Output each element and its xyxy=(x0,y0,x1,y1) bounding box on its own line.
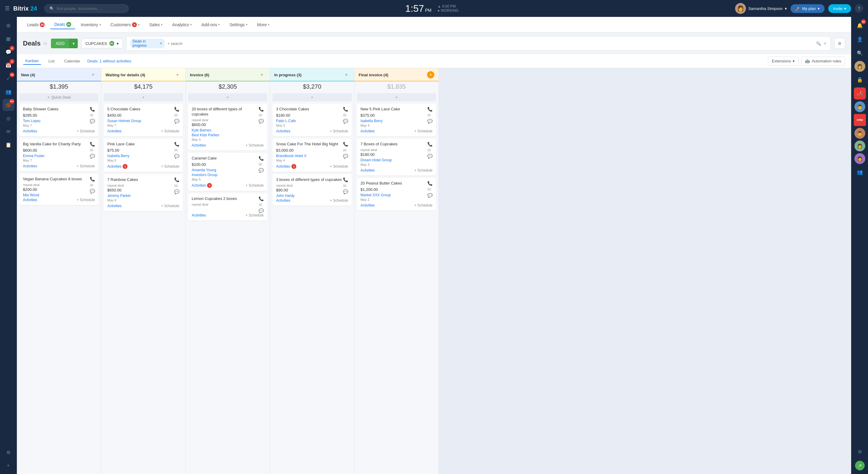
comment-icon[interactable]: 💬 xyxy=(174,189,179,194)
extensions-button[interactable]: Extensions ▾ xyxy=(768,57,799,65)
email-icon[interactable]: ✉ xyxy=(427,148,433,153)
activities-link[interactable]: Activities xyxy=(23,198,37,202)
phone-icon[interactable]: 📞 xyxy=(427,181,433,186)
activities-link[interactable]: Activities xyxy=(192,213,206,217)
add-finalinvoice-icon[interactable]: + xyxy=(427,71,434,79)
phone-icon[interactable]: 📞 xyxy=(174,177,179,182)
add-inprogress-btn[interactable]: + xyxy=(273,93,352,101)
comment-icon[interactable]: 💬 xyxy=(427,119,433,124)
schedule-link[interactable]: + Schedule xyxy=(330,199,348,203)
card-20-boxes-cupcakes[interactable]: 20 boxes of different types of cupcakes … xyxy=(188,104,267,150)
filter-close-icon[interactable]: ✕ xyxy=(159,41,162,46)
sidebar-grid-icon[interactable]: ⊞ xyxy=(2,19,14,31)
tab-sales[interactable]: Sales ▾ xyxy=(145,21,167,29)
email-icon[interactable]: ✉ xyxy=(343,183,348,188)
card-baby-shower-cakes[interactable]: Baby Shower Cakes $295.00 Tom Lopez May … xyxy=(19,104,98,136)
activities-link[interactable]: Activities xyxy=(361,168,375,173)
email-icon[interactable]: ✉ xyxy=(343,113,348,118)
right-megaphone-icon[interactable]: 📣 xyxy=(854,87,866,99)
schedule-link[interactable]: + Schedule xyxy=(246,213,264,217)
card-3-chocolate-cakes[interactable]: 3 Chocolate Cakes $180.00 Patio L Cafe M… xyxy=(273,104,352,136)
activities-link[interactable]: Activities xyxy=(361,129,375,133)
schedule-link[interactable]: + Schedule xyxy=(330,129,348,133)
activities-link[interactable]: Activities xyxy=(192,143,206,147)
comment-icon[interactable]: 💬 xyxy=(258,119,264,124)
phone-icon[interactable]: 📞 xyxy=(427,142,433,147)
comment-icon[interactable]: 💬 xyxy=(427,193,433,198)
phone-icon[interactable]: 📞 xyxy=(174,107,179,112)
right-people-icon[interactable]: 👥 xyxy=(854,166,866,178)
comment-icon[interactable]: 💬 xyxy=(90,189,95,194)
tab-addons[interactable]: Add-ons ▾ xyxy=(197,21,224,29)
tab-analytics[interactable]: Analytics ▾ xyxy=(168,21,196,29)
schedule-link[interactable]: + Schedule xyxy=(77,164,95,168)
add-dropdown-button[interactable]: ▾ xyxy=(69,38,78,48)
sidebar-chat-icon[interactable]: 💬 3 xyxy=(2,46,14,58)
comment-icon[interactable]: 💬 xyxy=(258,168,264,173)
phone-icon[interactable]: 📞 xyxy=(343,142,348,147)
tab-leads[interactable]: Leads 35 xyxy=(23,21,49,29)
right-lock-icon[interactable]: 🔒 xyxy=(854,73,866,86)
phone-icon[interactable]: 📞 xyxy=(90,107,95,112)
add-finalinvoice-btn[interactable]: + xyxy=(357,93,436,101)
add-waiting-btn[interactable]: + xyxy=(104,93,183,101)
sidebar-mail-icon[interactable]: ✉ xyxy=(2,125,14,138)
card-lemon-cupcakes[interactable]: Lemon Cupcakes 2 boxes repeat deal 📞 ✉ 💬… xyxy=(188,193,267,220)
add-invoice-btn[interactable]: + xyxy=(188,93,267,101)
automation-button[interactable]: 🤖 Automation rules xyxy=(801,57,845,65)
comment-icon[interactable]: 💬 xyxy=(174,119,179,124)
comment-icon[interactable]: 💬 xyxy=(258,208,264,213)
add-waiting-icon[interactable]: + xyxy=(174,71,181,79)
settings-gear-button[interactable]: ⚙ xyxy=(834,38,845,49)
activities-link[interactable]: Activities xyxy=(23,129,37,133)
activities-link[interactable]: Activities 1 xyxy=(276,164,296,169)
comment-icon[interactable]: 💬 xyxy=(90,119,95,124)
card-caramel-cake[interactable]: Caramel Cake $100.00 Amanda Young Invest… xyxy=(188,153,267,191)
schedule-link[interactable]: + Schedule xyxy=(77,198,95,202)
right-avatar-1[interactable]: 👩 xyxy=(855,61,865,72)
phone-icon[interactable]: 📞 xyxy=(258,196,264,201)
sidebar-contacts-icon[interactable]: 👥 xyxy=(2,86,14,98)
schedule-link[interactable]: + Schedule xyxy=(414,168,433,173)
card-big-vanilla-cake[interactable]: Big Vanilla Cake for Charity Party $600.… xyxy=(19,139,98,171)
phone-icon[interactable]: 📞 xyxy=(343,177,348,182)
right-crm-icon[interactable]: CRM xyxy=(854,114,866,126)
email-icon[interactable]: ✉ xyxy=(258,202,264,207)
phone-icon[interactable]: 📞 xyxy=(343,107,348,112)
activities-link[interactable]: Activities xyxy=(107,204,121,208)
card-7-rainbow-cakes[interactable]: 7 Rainbow Cakes repeat deal $650.00 Jere… xyxy=(104,174,183,211)
card-3-boxes-cupcakes[interactable]: 3 boxes of different types of cupcakes r… xyxy=(273,174,352,206)
right-avatar-4[interactable]: 👩 xyxy=(855,141,865,151)
activities-link[interactable]: Activities xyxy=(361,203,375,207)
view-calendar[interactable]: Calendar xyxy=(62,58,83,64)
sidebar-feed-icon[interactable]: 📋 xyxy=(2,139,14,151)
phone-icon[interactable]: 📞 xyxy=(258,107,264,112)
add-invoice-icon[interactable]: + xyxy=(258,71,266,79)
cupcakes-filter[interactable]: CUPCAKES 85 ▾ xyxy=(82,38,123,48)
add-inprogress-icon[interactable]: + xyxy=(343,71,350,79)
schedule-link[interactable]: + Schedule xyxy=(414,129,433,133)
right-avatar-5[interactable]: 👩 xyxy=(855,153,865,164)
email-icon[interactable]: ✉ xyxy=(174,148,179,153)
tab-deals[interactable]: Deals 85 xyxy=(50,20,75,29)
sidebar-settings-icon[interactable]: ⚙ xyxy=(2,446,14,458)
email-icon[interactable]: ✉ xyxy=(90,148,95,153)
activities-link[interactable]: Activities xyxy=(276,129,290,133)
email-icon[interactable]: ✉ xyxy=(258,113,264,118)
card-7-boxes-cupcakes[interactable]: 7 Boxes of Cupcakes repeat deal $180.00 … xyxy=(357,139,436,176)
card-pink-lace-cake[interactable]: Pink Lace Cake $75.00 Isabella Berry May… xyxy=(104,139,183,172)
activities-link[interactable]: Activities xyxy=(276,199,290,203)
email-icon[interactable]: ✉ xyxy=(90,113,95,118)
tab-more[interactable]: More ▾ xyxy=(253,21,274,29)
schedule-link[interactable]: + Schedule xyxy=(77,129,95,133)
right-green-circle[interactable]: ↗ xyxy=(855,461,865,470)
email-icon[interactable]: ✉ xyxy=(427,113,433,118)
phone-icon[interactable]: 📞 xyxy=(258,156,264,161)
search-filter-input[interactable] xyxy=(167,41,814,46)
comment-icon[interactable]: 💬 xyxy=(90,154,95,158)
phone-icon[interactable]: 📞 xyxy=(90,142,95,147)
email-icon[interactable]: ✉ xyxy=(90,183,95,187)
user-info[interactable]: 👩 Samantha Simpson ▾ xyxy=(735,3,787,14)
sidebar-tasks-icon[interactable]: ✓ 15 xyxy=(2,72,14,84)
add-button[interactable]: ADD xyxy=(51,38,70,48)
